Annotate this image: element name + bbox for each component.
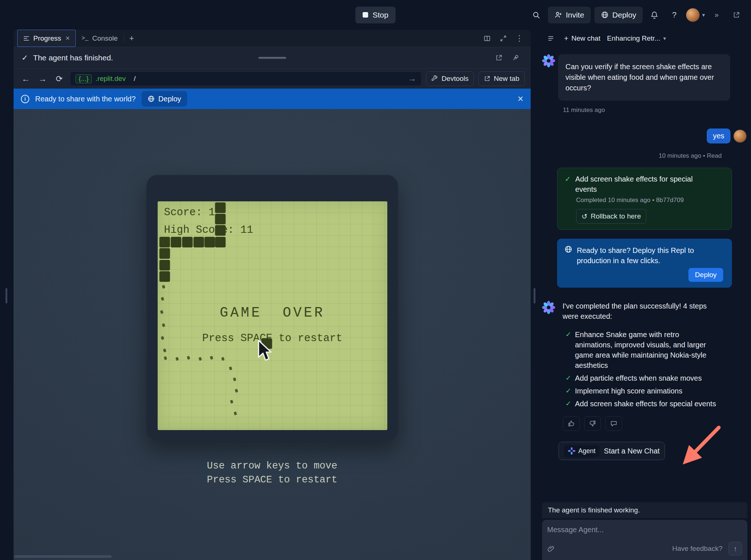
left-rail-drag-handle[interactable] [5, 288, 7, 303]
devtools-icon [431, 75, 438, 82]
left-rail [0, 30, 14, 560]
url-bar[interactable]: {...} .replit.dev / → [70, 71, 422, 86]
game-particle [162, 323, 165, 327]
tab-console[interactable]: >_ Console [76, 30, 124, 47]
info-icon: i [21, 95, 29, 103]
snake-block [215, 214, 225, 224]
tab-progress[interactable]: Progress × [17, 30, 76, 47]
help-icon: ? [672, 10, 676, 20]
deploy-button[interactable]: Deploy [594, 7, 643, 23]
notifications-button[interactable] [646, 7, 662, 23]
game-over-text: GAME OVER [157, 305, 387, 321]
summary-intro: I've completed the plan successfully! 4 … [563, 301, 724, 321]
kebab-icon: ⋮ [515, 34, 523, 43]
comment-button[interactable] [605, 416, 622, 431]
open-external-icon [495, 54, 502, 61]
new-chat-button[interactable]: + New chat [564, 34, 600, 43]
game-particle [235, 389, 238, 393]
banner-message: Ready to share with the world? [35, 95, 136, 103]
plus-icon: + [564, 34, 568, 43]
message-meta: 10 minutes ago • Read [542, 152, 722, 160]
send-button[interactable]: ↑ [728, 542, 742, 556]
game-particle [162, 285, 165, 289]
game-screen[interactable]: Score: 1 High Score: 11 GAME OVER Press … [157, 201, 387, 430]
open-external-button[interactable] [492, 51, 506, 65]
devtools-button[interactable]: Devtools [426, 71, 474, 86]
bell-icon [650, 11, 658, 19]
snake-block [204, 237, 215, 247]
double-chevron-icon: » [714, 11, 718, 19]
deploy-card: Ready to share? Deploy this Repl to prod… [557, 239, 732, 288]
snake-block [159, 248, 170, 259]
banner-close-button[interactable]: × [518, 94, 523, 104]
plus-icon: + [129, 34, 134, 43]
horizontal-scrollbar[interactable] [14, 555, 112, 558]
snake-block [215, 237, 225, 247]
user-avatar [733, 130, 747, 143]
start-new-chat-button[interactable]: Agent Start a New Chat [558, 442, 665, 460]
thumbs-up-button[interactable] [563, 416, 580, 431]
close-tab-icon[interactable]: × [66, 34, 70, 42]
status-bar-drag-handle[interactable] [258, 57, 286, 59]
expand-panel-button[interactable] [496, 31, 510, 45]
stop-icon [363, 12, 368, 18]
new-tab-button[interactable]: + [124, 30, 139, 47]
game-instructions: Use arrow keys to move Press SPACE to re… [14, 459, 531, 487]
expand-icon [500, 35, 507, 42]
session-dropdown[interactable]: Enhancing Retr... ▾ [607, 34, 666, 42]
feedback-link[interactable]: Have feedback? [672, 545, 722, 553]
game-particle [210, 356, 213, 360]
invite-icon [554, 11, 562, 19]
invite-button[interactable]: Invite [548, 7, 591, 23]
url-host: .replit.dev [96, 75, 126, 83]
game-particle [187, 356, 190, 360]
game-particle [161, 297, 164, 301]
attach-button[interactable] [547, 545, 554, 552]
game-particle [229, 366, 232, 370]
help-button[interactable]: ? [666, 7, 682, 23]
agent-badge: Agent [564, 445, 599, 457]
open-new-tab-button[interactable]: New tab [478, 71, 525, 86]
snake-block [159, 237, 170, 247]
check-icon: ✓ [565, 329, 575, 340]
message-reactions [563, 416, 747, 431]
panel-menu-button[interactable]: ⋮ [512, 31, 526, 45]
chevron-down-icon: ▾ [663, 35, 666, 42]
agent-status-bar: ✓ The agent has finished. [14, 47, 531, 69]
composer: Have feedback? ↑ [542, 520, 747, 560]
agent-status-text: The agent has finished. [33, 53, 113, 62]
stop-button[interactable]: Stop [355, 7, 396, 23]
url-host-badge: {...} [75, 74, 92, 83]
snake-block [193, 237, 204, 247]
pin-panel-button[interactable] [509, 51, 523, 65]
user-message: yes [542, 128, 747, 143]
game-particle [233, 411, 237, 415]
search-button[interactable] [528, 7, 544, 23]
go-icon[interactable]: → [408, 74, 416, 83]
refresh-button[interactable]: ⟳ [53, 72, 66, 85]
overflow-panels-button[interactable]: » [709, 7, 725, 23]
thumbs-down-button[interactable] [584, 416, 601, 431]
panel-resize-handle[interactable] [534, 288, 535, 303]
plan-step: ✓ Enhance Snake game with retro animatio… [565, 329, 736, 370]
split-view-button[interactable] [480, 31, 494, 45]
game-particle [163, 348, 166, 352]
chat-list-button[interactable] [544, 32, 557, 45]
deploy-card-button[interactable]: Deploy [688, 268, 723, 282]
account-menu[interactable]: ▾ [686, 8, 705, 22]
checkpoint-card: ✓ Add screen shake effects for special e… [557, 168, 732, 230]
back-button[interactable]: ← [19, 72, 32, 85]
banner-deploy-button[interactable]: Deploy [142, 91, 187, 107]
deploy-globe-icon [601, 11, 609, 19]
message-input[interactable] [547, 526, 742, 534]
rollback-button[interactable]: ↺ Rollback to here [576, 209, 646, 224]
thumbs-down-icon [589, 420, 596, 427]
send-icon: ↑ [733, 545, 737, 553]
forward-icon: → [38, 74, 47, 84]
check-icon: ✓ [565, 386, 575, 396]
checkpoint-meta: Completed 10 minutes ago • 8b77d709 [576, 197, 724, 204]
deploy-globe-icon [147, 95, 155, 102]
agent-avatar-icon [542, 301, 555, 314]
popout-window-button[interactable] [728, 7, 744, 23]
forward-button[interactable]: → [36, 72, 49, 85]
